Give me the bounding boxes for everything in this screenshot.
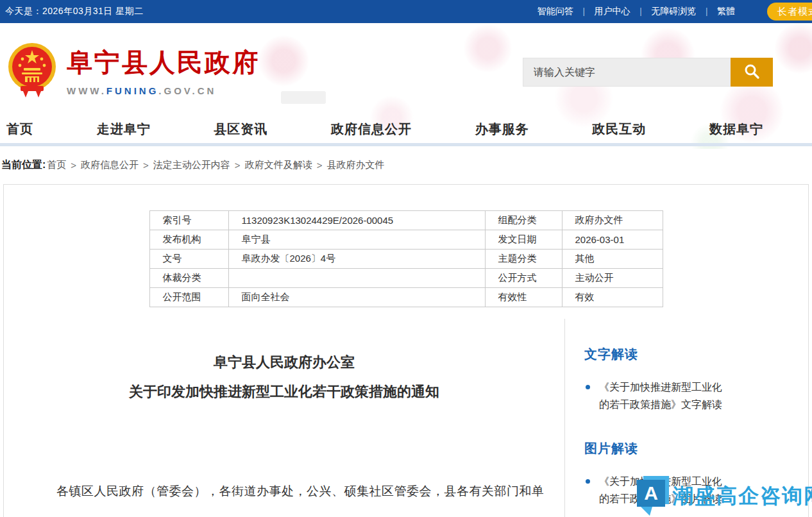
search-box: [523, 58, 773, 87]
text-interpretation-link[interactable]: 《关于加快推进新型工业化的若干政策措施》文字解读: [599, 378, 727, 413]
sidebar-link-item[interactable]: 《关于加快推进新型工业化的若干政策措施》图片解读: [584, 473, 808, 507]
url-www: WWW.: [67, 85, 106, 96]
topbar: 今天是：2026年03月31日 星期二 智能问答 ｜ 用户中心 ｜ 无障碍浏览 …: [0, 0, 812, 23]
site-url: WWW.FUNING.GOV.CN: [67, 85, 260, 96]
nav-item-public-interaction[interactable]: 政民互动: [592, 121, 646, 138]
info-value: 阜政办发〔2026〕4号: [228, 250, 485, 269]
topbar-separator: ｜: [702, 6, 711, 17]
info-label: 文号: [149, 250, 228, 269]
document-info-table: 索引号 11320923K13024429E/2026-00045 组配分类 政…: [149, 210, 663, 307]
topbar-links: 智能问答 ｜ 用户中心 ｜ 无障碍浏览 ｜ 繁體: [531, 6, 741, 17]
sidebar-section-image-interpretation: 图片解读 《关于加快推进新型工业化的若干政策措施》图片解读: [584, 440, 808, 507]
table-row: 体裁分类 公开方式 主动公开: [149, 269, 663, 288]
info-value: 主动公开: [562, 269, 663, 288]
elder-mode-button[interactable]: 长者模式: [767, 3, 812, 21]
info-label: 公开方式: [485, 269, 562, 288]
site-logo-link[interactable]: 阜宁县人民政府 WWW.FUNING.GOV.CN: [8, 40, 260, 101]
document-title-line2: 关于印发加快推进新型工业化若干政策措施的通知: [4, 377, 564, 407]
info-value: 阜宁县: [228, 230, 485, 250]
related-sidebar: 文字解读 《关于加快推进新型工业化的若干政策措施》文字解读 图片解读 《关于加快…: [564, 319, 808, 517]
nav-item-gov-info-disclosure[interactable]: 政府信息公开: [331, 121, 412, 138]
info-value: 政府办文件: [562, 211, 663, 230]
nav-item-home[interactable]: 首页: [6, 121, 33, 138]
sidebar-heading-text-interpretation: 文字解读: [584, 346, 808, 363]
info-label: 主题分类: [485, 250, 562, 269]
info-label: 组配分类: [485, 211, 562, 230]
nav-item-county-news[interactable]: 县区资讯: [214, 121, 267, 138]
info-value: 11320923K13024429E/2026-00045: [228, 211, 485, 230]
breadcrumb-separator: >: [317, 160, 323, 171]
topbar-link-accessibility[interactable]: 无障碍浏览: [645, 6, 702, 17]
table-row: 发布机构 阜宁县 发文日期 2026-03-01: [149, 230, 663, 250]
info-label: 索引号: [149, 211, 228, 230]
bullet-icon: [586, 385, 590, 389]
table-row: 公开范围 面向全社会 有效性 有效: [149, 288, 663, 307]
info-value: 其他: [562, 250, 663, 269]
content-panel: 索引号 11320923K13024429E/2026-00045 组配分类 政…: [3, 184, 809, 517]
site-header: 阜宁县人民政府 WWW.FUNING.GOV.CN: [0, 23, 812, 115]
info-value: 2026-03-01: [562, 230, 663, 250]
info-label: 体裁分类: [149, 269, 228, 288]
sidebar-heading-image-interpretation: 图片解读: [584, 440, 808, 457]
breadcrumb-statutory-disclosure[interactable]: 法定主动公开内容: [153, 159, 230, 171]
document-title-line1: 阜宁县人民政府办公室: [4, 348, 564, 377]
breadcrumb-separator: >: [143, 160, 149, 171]
bullet-icon: [586, 479, 590, 484]
info-value: 有效: [562, 288, 663, 307]
topbar-separator: ｜: [580, 6, 588, 17]
url-domain: FUNING: [106, 85, 159, 96]
sidebar-section-text-interpretation: 文字解读 《关于加快推进新型工业化的若干政策措施》文字解读: [584, 346, 808, 413]
breadcrumb-home[interactable]: 首页: [47, 159, 66, 171]
main-nav: 首页 走进阜宁 县区资讯 政府信息公开 办事服务 政民互动 数据阜宁: [0, 115, 812, 146]
sidebar-link-item[interactable]: 《关于加快推进新型工业化的若干政策措施》文字解读: [584, 378, 808, 413]
background-smudge: [281, 91, 326, 104]
topbar-separator: ｜: [637, 6, 645, 17]
table-row: 索引号 11320923K13024429E/2026-00045 组配分类 政…: [149, 211, 663, 230]
url-suffix: .GOV.CN: [158, 85, 216, 96]
current-date: 今天是：2026年03月31日 星期二: [5, 6, 144, 17]
breadcrumb-label: 当前位置:: [1, 158, 46, 172]
topbar-link-user-center[interactable]: 用户中心: [588, 6, 637, 17]
breadcrumb-separator: >: [71, 160, 76, 171]
search-icon: [743, 63, 760, 81]
breadcrumb: 当前位置: 首页 > 政府信息公开 > 法定主动公开内容 > 政府文件及解读 >…: [0, 146, 812, 184]
info-label: 公开范围: [149, 288, 228, 307]
info-value: 面向全社会: [228, 288, 485, 307]
search-button[interactable]: [731, 58, 773, 87]
nav-item-services[interactable]: 办事服务: [475, 121, 529, 138]
national-emblem-icon: [8, 40, 56, 101]
image-interpretation-link[interactable]: 《关于加快推进新型工业化的若干政策措施》图片解读: [599, 473, 727, 507]
topbar-link-traditional-chinese[interactable]: 繁體: [711, 6, 741, 17]
topbar-link-smart-qa[interactable]: 智能问答: [531, 6, 580, 17]
document-title: 阜宁县人民政府办公室 关于印发加快推进新型工业化若干政策措施的通知: [4, 348, 564, 407]
search-input[interactable]: [523, 58, 731, 87]
breadcrumb-gov-info[interactable]: 政府信息公开: [81, 159, 139, 171]
brand-text: 阜宁县人民政府 WWW.FUNING.GOV.CN: [67, 45, 260, 96]
info-label: 发文日期: [485, 230, 562, 250]
nav-item-funing-data[interactable]: 数据阜宁: [709, 121, 763, 138]
breadcrumb-county-office-docs[interactable]: 县政府办文件: [326, 159, 384, 171]
document-body-paragraph: 各镇区人民政府（管委会），各街道办事处，公兴、硕集社区管委会，县各有关部门和单位…: [32, 473, 552, 517]
info-label: 发布机构: [149, 230, 228, 250]
table-row: 文号 阜政办发〔2026〕4号 主题分类 其他: [149, 250, 663, 269]
nav-item-about-funing[interactable]: 走进阜宁: [97, 121, 151, 138]
info-value: [228, 269, 485, 288]
document-main: 阜宁县人民政府办公室 关于印发加快推进新型工业化若干政策措施的通知 各镇区人民政…: [4, 319, 564, 517]
info-label: 有效性: [485, 288, 562, 307]
breadcrumb-separator: >: [235, 160, 241, 171]
site-title: 阜宁县人民政府: [67, 45, 260, 80]
breadcrumb-gov-documents[interactable]: 政府文件及解读: [245, 159, 312, 171]
content-row: 阜宁县人民政府办公室 关于印发加快推进新型工业化若干政策措施的通知 各镇区人民政…: [4, 319, 808, 517]
